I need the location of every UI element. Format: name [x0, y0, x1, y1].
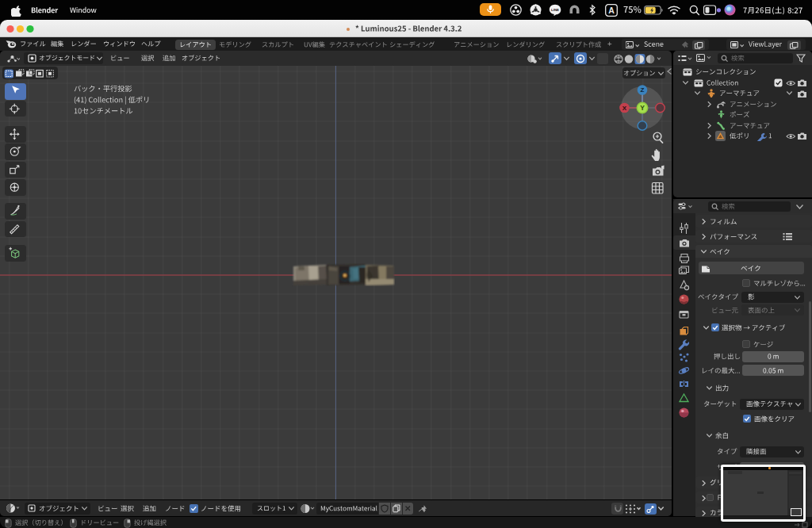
svg-text:Z: Z	[641, 86, 645, 94]
svg-text:A: A	[608, 6, 615, 15]
svg-text:Y: Y	[640, 104, 645, 112]
svg-text:X: X	[622, 105, 627, 112]
svg-text:LINE: LINE	[551, 8, 559, 12]
